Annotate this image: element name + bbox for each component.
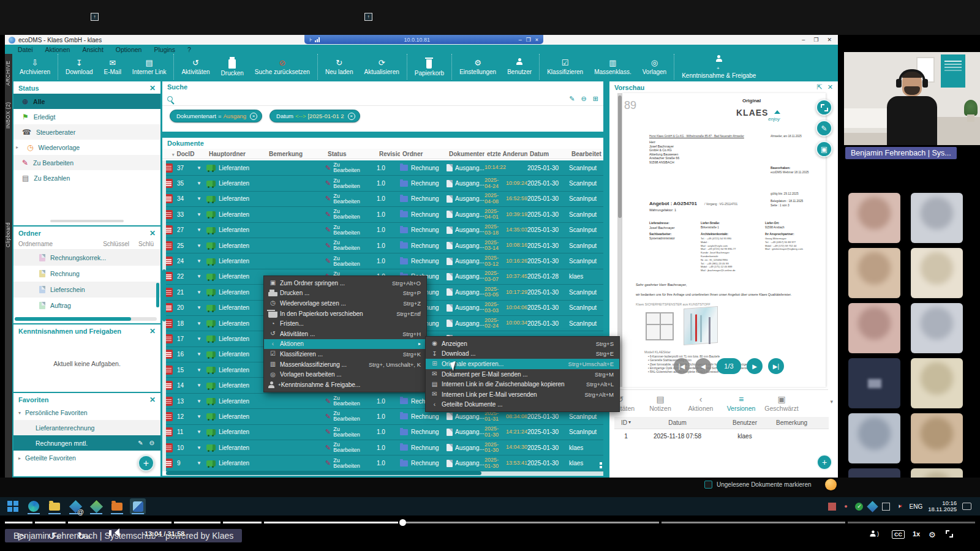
progress-segment[interactable]	[264, 522, 398, 523]
tab-geschwärzt[interactable]: ▣Geschwärzt	[763, 395, 801, 412]
row-expand-icon[interactable]: ▼	[192, 305, 206, 310]
submenu-internen-link-per-e-mail-versenden[interactable]: ✉Internen Link per E-Mail versendenStrg+…	[426, 389, 619, 400]
documents-hscrollbar[interactable]	[166, 471, 603, 475]
edit-search-icon[interactable]: ✎	[569, 95, 575, 103]
version-row[interactable]: 1 2025-11-18 07:58 klaes	[614, 429, 829, 443]
context-menu-klassifizieren[interactable]: ☑Klassifizieren ...Strg+K	[264, 349, 426, 359]
collapse-search-icon[interactable]: ⊖	[581, 95, 587, 103]
preview-popout-button[interactable]: ▣	[816, 141, 832, 157]
rdp-close-button[interactable]: ×	[535, 37, 538, 43]
start-button[interactable]	[5, 498, 21, 514]
tab-aktionen[interactable]: ‹Aktionen	[682, 395, 720, 412]
context-menu-vorlagen-bearbeiten[interactable]: ◎Vorlagen bearbeiten ...	[264, 369, 426, 380]
toolbar-kenntnisnahme-freigabe[interactable]: +Kenntnisnahme & Freigabe	[676, 54, 761, 80]
taskbar-app1-icon[interactable]: @	[67, 498, 83, 514]
doc-col-dokumentenar[interactable]: Dokumentenar	[447, 151, 484, 157]
doc-col-etzte-änderun[interactable]: etzte Änderun	[484, 151, 527, 157]
progress-segment[interactable]	[35, 522, 66, 523]
menu-ansicht[interactable]: Ansicht	[77, 46, 108, 53]
forward-10-button[interactable]: ↻10	[77, 530, 90, 542]
context-menu-massenklassifizierung[interactable]: ▥Massenklassifizierung ...Strg+, Umschal…	[264, 359, 426, 370]
search-grid-icon[interactable]: ⊞	[593, 95, 598, 103]
progress-segment[interactable]	[68, 522, 172, 523]
rdp-restore-button[interactable]: ❐	[526, 37, 531, 43]
doc-col-ordner[interactable]: Ordner	[400, 151, 447, 157]
tray-volume-muted-icon[interactable]: 🕨✕	[895, 503, 903, 511]
play-button[interactable]: ▷	[18, 530, 26, 542]
menu-datei[interactable]: Datei	[12, 46, 39, 53]
context-menu-fristen[interactable]: ◔Fristen...	[264, 318, 426, 329]
taskbar-app2-icon[interactable]	[88, 498, 104, 514]
toolbar-benutzer[interactable]: Benutzer	[502, 54, 537, 80]
captions-button[interactable]: CC	[892, 530, 905, 539]
submenu-anzeigen[interactable]: ◉AnzeigenStrg+S	[426, 339, 619, 349]
row-expand-icon[interactable]: ▼	[192, 212, 206, 217]
documents-vscrollbar[interactable]	[162, 160, 166, 471]
favorites-group-personal[interactable]: ▾ Persönliche Favoriten	[13, 405, 160, 420]
progress-playhead[interactable]	[399, 519, 406, 526]
row-expand-icon[interactable]: ▼	[192, 351, 206, 357]
versions-col-id[interactable]: ID	[621, 419, 627, 426]
context-menu-in-den-papierkorb-verschieben[interactable]: In den Papierkorb verschiebenStrg+Entf	[264, 309, 426, 319]
preview-expand-button[interactable]	[816, 99, 832, 116]
add-favorite-button[interactable]: +	[138, 455, 154, 471]
folder-row-rechnungskorrek[interactable]: Rechnungskorrek...	[13, 250, 160, 266]
doc-col-status[interactable]: Status	[325, 151, 377, 157]
taskbar-active-app-icon[interactable]	[130, 498, 146, 514]
folder-row-auftrag[interactable]: Auftrag	[13, 298, 160, 313]
progress-segment[interactable]	[174, 522, 221, 523]
row-expand-icon[interactable]: ▼	[192, 383, 206, 388]
minimize-button[interactable]: –	[802, 37, 805, 43]
row-expand-icon[interactable]: ▼	[192, 336, 206, 342]
close-icon[interactable]: ✕	[149, 395, 156, 404]
row-expand-icon[interactable]: ▼	[192, 274, 206, 279]
versions-col-benutzer[interactable]: Benutzer	[717, 419, 772, 426]
toolbar-e-mail[interactable]: ✉E-Mail	[99, 54, 127, 80]
submenu-download[interactable]: ↧Download ...Strg+E	[426, 349, 619, 359]
table-row-doc-35[interactable]: 35▼Lieferanten✎ZuBearbeiten1.0RechnungAu…	[162, 176, 603, 191]
submenu-dokument-per-e-mail-senden[interactable]: ✉Dokument per E-Mail senden ...Strg+M	[426, 369, 619, 380]
taskbar-app3-icon[interactable]	[109, 498, 125, 514]
side-tab-archive[interactable]: ARCHIVE	[5, 56, 12, 89]
favorite-item-rechnungen-mntl[interactable]: Rechnungen mntl. ✎⊖	[13, 435, 160, 451]
close-icon[interactable]: ✕	[149, 84, 156, 92]
row-expand-icon[interactable]: ▼	[192, 399, 206, 404]
row-expand-icon[interactable]: ▼	[192, 460, 206, 466]
menu-[interactable]: ?	[182, 46, 197, 53]
tray-display-icon[interactable]	[882, 503, 890, 511]
taskbar-explorer-icon[interactable]	[47, 498, 62, 514]
last-page-button[interactable]: ▶|	[768, 358, 784, 374]
row-expand-icon[interactable]: ▼	[192, 290, 206, 295]
rewind-10-button[interactable]: ↺10	[48, 530, 61, 542]
table-row-doc-37[interactable]: 37▼Lieferanten✎ZuBearbeiten1.0RechnungAu…	[162, 160, 603, 176]
tray-icon-2[interactable]: ●	[842, 503, 850, 511]
row-expand-icon[interactable]: ▼	[192, 165, 206, 171]
tray-icon-1[interactable]	[828, 503, 836, 511]
autoplay-voice-button[interactable]: )	[870, 530, 879, 537]
versions-col-bemerkung[interactable]: Bemerkung	[772, 419, 829, 426]
menu-aktionen[interactable]: Aktionen	[40, 46, 76, 53]
side-tab-clipboard[interactable]: Clipboard	[5, 214, 12, 256]
row-expand-icon[interactable]: ▼	[192, 367, 206, 373]
row-expand-icon[interactable]: ▼	[192, 445, 206, 451]
context-menu-wiedervorlage-setzen[interactable]: ◷Wiedervorlage setzen ...Strg+Z	[264, 298, 426, 309]
toolbar-einstellungen[interactable]: ⚙Einstellungen	[454, 54, 502, 80]
side-tab-inbox-2[interactable]: INBOX (2)	[5, 97, 12, 133]
toolbar-archivieren[interactable]: ⇩Archivieren	[14, 54, 56, 80]
context-menu-aktionen[interactable]: ‹Aktionen▸	[264, 339, 426, 350]
first-page-button[interactable]: |◀	[674, 358, 690, 374]
progress-segment[interactable]	[848, 522, 975, 523]
doc-col-revision[interactable]: Revision	[377, 151, 400, 157]
folder-col-ordnername[interactable]: Ordnername	[18, 241, 103, 247]
row-expand-icon[interactable]: ▼	[192, 243, 206, 249]
support-badge-icon[interactable]	[825, 479, 837, 490]
status-scrollbar[interactable]	[50, 220, 124, 222]
tray-diamond-icon[interactable]	[867, 501, 878, 512]
close-icon[interactable]: ✕	[149, 327, 156, 335]
progress-segment[interactable]	[223, 522, 262, 523]
status-item-steuerberater[interactable]: ☎Steuerberater	[13, 124, 160, 140]
pin-icon[interactable]: ⊦	[309, 37, 312, 43]
edit-pen-icon[interactable]: ✎	[138, 440, 143, 446]
rdp-minimize-button[interactable]: –	[519, 37, 522, 43]
maximize-button[interactable]: ❐	[813, 37, 818, 43]
